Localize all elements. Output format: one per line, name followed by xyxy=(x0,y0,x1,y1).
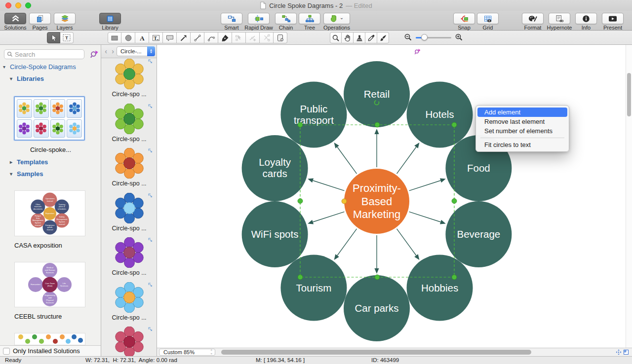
tool-text-box[interactable]: T xyxy=(149,32,163,43)
toolbar-button-smart[interactable]: Smart xyxy=(220,13,243,31)
toolbar-button-hypernote[interactable]: Hypernote xyxy=(547,13,572,31)
selection-handle[interactable] xyxy=(298,275,303,280)
tree-item-libraries[interactable]: ▾ Libraries xyxy=(10,75,44,82)
tool-pointer[interactable] xyxy=(47,32,60,43)
tool-pen[interactable] xyxy=(218,32,232,43)
tree-item-samples[interactable]: ▾ Samples xyxy=(10,170,43,178)
arc-icon xyxy=(207,34,215,42)
disclosure-triangle-icon[interactable]: ▸ xyxy=(10,159,15,165)
tool-stamp[interactable] xyxy=(354,32,365,43)
tree-item-templates[interactable]: ▸ Templates xyxy=(10,158,48,166)
library-thumbnail-caption: Circle-spoke... xyxy=(0,146,101,153)
fullscreen-button[interactable] xyxy=(25,2,31,8)
tool-brush[interactable] xyxy=(377,32,389,43)
pan-view-icon[interactable] xyxy=(616,349,622,355)
tool-ellipse[interactable] xyxy=(121,32,135,43)
vertical-scrollbar-thumb[interactable] xyxy=(627,73,631,116)
tool-text-select[interactable]: T xyxy=(60,32,74,43)
minimize-button[interactable] xyxy=(15,2,21,8)
library-dropdown[interactable]: Circle-... ▲▼ xyxy=(117,46,155,56)
menu-item-add-element[interactable]: Add element xyxy=(477,108,567,117)
library-preview-tile xyxy=(67,119,82,138)
zoom-out-icon[interactable] xyxy=(404,33,412,41)
sample-thumbnail-casa-exposition[interactable]: OperationsmanualTrainingplans &schedules… xyxy=(14,190,85,236)
page-navigator-icon[interactable] xyxy=(623,349,629,355)
vertical-scrollbar[interactable] xyxy=(626,45,632,348)
sample-thumbnail-ceebl-structure[interactable]: Medicaland HumanSciencesLifeSciencesEngi… xyxy=(14,262,85,307)
menu-item-remove-last-element[interactable]: Remove last element xyxy=(477,117,567,126)
tree-item-circle-spoke-diagrams[interactable]: ▾ Circle-Spoke Diagrams xyxy=(3,63,76,71)
toolbar-button-chain[interactable]: Chain xyxy=(275,13,297,31)
chain-icon xyxy=(282,15,290,23)
spoke-arrowhead xyxy=(308,220,314,224)
disclosure-triangle-icon[interactable]: ▾ xyxy=(10,171,15,177)
menu-item-fit-circles-to-text[interactable]: Fit circles to text xyxy=(477,140,567,149)
tool-zoom[interactable] xyxy=(330,32,342,43)
library-shape-1[interactable]: Circle-spo ... xyxy=(101,59,157,98)
solution-park-icon[interactable] xyxy=(90,50,99,59)
connector-arrow-icon xyxy=(180,34,188,42)
tool-shape-page[interactable]: 0 xyxy=(274,32,287,43)
sample-thumbnail-partial[interactable] xyxy=(14,333,85,345)
tool-connector-arrow[interactable] xyxy=(177,32,191,43)
toolbar-button-pages[interactable]: Pages xyxy=(28,13,52,31)
search-input[interactable] xyxy=(15,51,81,58)
toolbar-button-format[interactable]: Format xyxy=(520,13,546,31)
toolbar-button-operations[interactable]: ⌄Operations xyxy=(322,13,352,31)
disclosure-triangle-icon[interactable]: ▾ xyxy=(10,76,15,81)
toolbar-button-rapid-draw[interactable]: Rapid Draw xyxy=(244,13,274,31)
selection-handle[interactable] xyxy=(375,122,380,127)
status-mouse-position: M: [ 196.34, 54.16 ] xyxy=(256,357,305,363)
toolbar-button-layers[interactable]: Layers xyxy=(53,13,77,31)
zoom-slider-knob[interactable] xyxy=(421,34,428,40)
text-icon: A xyxy=(138,34,146,42)
toolbar-button-label: Rapid Draw xyxy=(244,25,274,31)
disclosure-triangle-icon[interactable]: ▾ xyxy=(3,64,8,70)
spoke-arrowhead xyxy=(414,254,419,260)
close-button[interactable] xyxy=(5,2,11,8)
zoom-icon xyxy=(332,34,340,42)
tool-arc[interactable] xyxy=(204,32,218,43)
toolbar-button-present[interactable]: Present xyxy=(600,13,626,31)
tool-text[interactable]: A xyxy=(135,32,149,43)
library-shape-5[interactable]: Circle-spo ... xyxy=(101,237,157,276)
tool-pan[interactable] xyxy=(342,32,354,43)
zoom-slider[interactable] xyxy=(416,34,451,41)
tool-eyedropper[interactable] xyxy=(365,32,377,43)
library-shape-7[interactable]: Circle-spo ... xyxy=(101,327,157,356)
library-shape-2[interactable]: Circle-spo ... xyxy=(101,104,157,143)
library-shape-3[interactable]: Circle-spo ... xyxy=(101,148,157,187)
svg-text:schedules: schedules xyxy=(58,208,66,210)
smart-icon xyxy=(228,15,236,23)
tool-rectangle[interactable] xyxy=(108,32,121,43)
horizontal-scrollbar-thumb[interactable] xyxy=(221,350,531,355)
toolbar-button-tree[interactable]: Tree xyxy=(298,13,321,31)
only-installed-solutions-checkbox[interactable] xyxy=(3,348,10,355)
selection-handle[interactable] xyxy=(452,122,457,127)
toolbar-button-solutions[interactable]: Solutions xyxy=(3,13,27,31)
library-shape-4[interactable]: Circle-spo ... xyxy=(101,193,157,232)
menu-item-set-number-of-elements[interactable]: Set number of elements xyxy=(477,126,567,136)
toolbar-button-grid[interactable]: Grid xyxy=(476,13,499,31)
toolbar-button-library[interactable]: Library xyxy=(98,13,122,31)
zoom-in-icon[interactable] xyxy=(455,33,463,41)
selection-handle[interactable] xyxy=(452,199,457,204)
library-thumbnail-selected[interactable] xyxy=(14,96,85,141)
selection-handle[interactable] xyxy=(298,122,303,127)
zoom-level-control[interactable]: Custom 85% ⌃⌄ xyxy=(159,349,215,356)
search-field[interactable] xyxy=(4,49,84,59)
selection-handle[interactable] xyxy=(375,275,380,280)
selection-handle[interactable] xyxy=(452,275,457,280)
selection-handle[interactable] xyxy=(298,199,303,204)
library-shape-6[interactable]: Circle-spo ... xyxy=(101,282,157,321)
toolbar-button-snap[interactable]: Snap xyxy=(453,13,475,31)
svg-text:Training: Training xyxy=(58,204,65,206)
library-shape-caption: Circle-spo ... xyxy=(101,225,157,232)
forward-chevron-icon[interactable]: › xyxy=(110,48,116,55)
toolbar-button-info[interactable]: Info xyxy=(573,13,599,31)
tool-callout[interactable] xyxy=(163,32,177,43)
back-chevron-icon[interactable]: ‹ xyxy=(103,48,109,55)
drawing-canvas[interactable]: RetailHotelsFoodBeverageHobbiesCar parks… xyxy=(157,45,632,348)
tool-line[interactable] xyxy=(191,32,204,43)
control-handle[interactable] xyxy=(342,199,347,204)
